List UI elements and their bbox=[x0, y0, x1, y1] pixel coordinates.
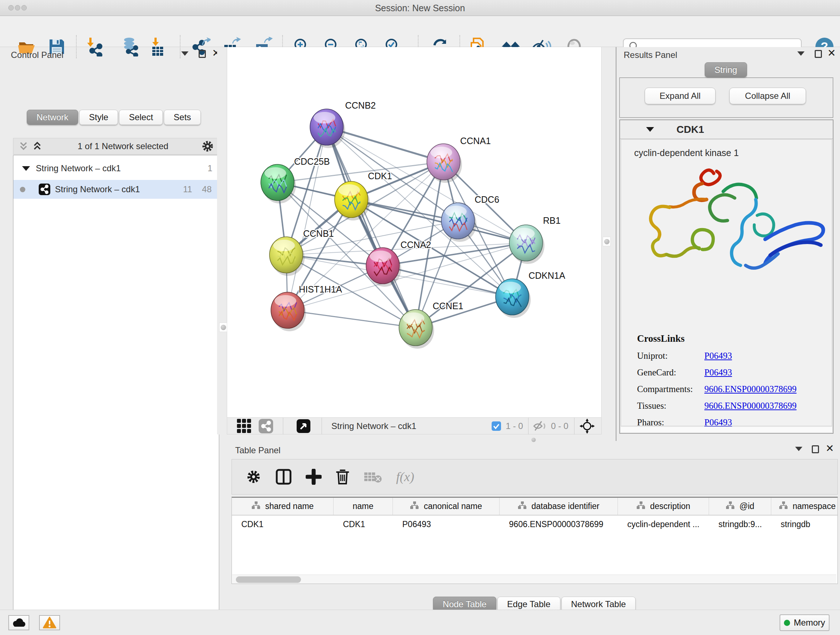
control-panel-float-button[interactable] bbox=[199, 50, 206, 58]
tab-network[interactable]: Network bbox=[27, 110, 78, 125]
network-collection-row[interactable]: String Network – cdk1 1 bbox=[13, 160, 219, 177]
warning-icon bbox=[43, 616, 57, 629]
birdseye-view-icon[interactable] bbox=[296, 419, 311, 433]
hierarchy-icon bbox=[779, 501, 788, 512]
results-buttons-box: Expand All Collapse All bbox=[619, 78, 834, 118]
warnings-button[interactable] bbox=[39, 615, 60, 630]
crosslink-row: Tissues:9606.ENSP00000378699 bbox=[637, 401, 797, 411]
crosslinks-heading: CrossLinks bbox=[637, 333, 797, 344]
table-cell[interactable]: stringdb:9... bbox=[709, 516, 771, 533]
left-splitter-handle[interactable] bbox=[219, 323, 227, 332]
node-RB1[interactable]: RB1 bbox=[509, 215, 561, 264]
collapse-all-chevron-icon[interactable] bbox=[19, 141, 32, 152]
right-splitter-handle[interactable] bbox=[603, 237, 611, 246]
table-cell[interactable]: 9606.ENSP00000378699 bbox=[500, 516, 618, 533]
node-HIST1H1A[interactable]: HIST1H1A bbox=[271, 284, 342, 331]
grid-view-icon[interactable] bbox=[236, 418, 253, 434]
selected-checkbox-icon[interactable] bbox=[491, 421, 501, 431]
show-columns-button[interactable] bbox=[275, 469, 292, 485]
network-node-count: 11 bbox=[183, 184, 192, 195]
table-panel-close-button[interactable]: ✕ bbox=[826, 445, 834, 453]
table-cell[interactable]: P06493 bbox=[393, 516, 500, 533]
tab-sets[interactable]: Sets bbox=[164, 110, 201, 125]
table-cell[interactable]: CDK1 bbox=[333, 516, 393, 533]
node-CCNA1[interactable]: CCNA1 bbox=[427, 136, 491, 183]
results-panel-menu-button[interactable] bbox=[797, 51, 805, 56]
tab-style[interactable]: Style bbox=[79, 110, 118, 125]
hidden-eye-slash-icon[interactable] bbox=[533, 420, 547, 432]
table-row[interactable]: CDK1CDK1P064939606.ENSP00000378699cyclin… bbox=[232, 516, 837, 533]
control-panel-menu-button[interactable] bbox=[181, 51, 188, 56]
column-header-database-identifier[interactable]: database identifier bbox=[500, 498, 618, 515]
crosslink-row: Pharos:P06493 bbox=[637, 417, 797, 428]
table-cell[interactable]: CDK1 bbox=[232, 516, 333, 533]
column-header-namespace[interactable]: namespace bbox=[771, 498, 838, 515]
table-panel-menu-button[interactable] bbox=[795, 447, 802, 451]
network-view-title: String Network – cdk1 bbox=[332, 421, 416, 431]
node-CCNB2[interactable]: CCNB2 bbox=[310, 100, 376, 148]
hierarchy-icon bbox=[726, 501, 735, 512]
cloud-status-button[interactable] bbox=[8, 615, 29, 630]
table-cell[interactable]: cyclin-dependent ... bbox=[618, 516, 709, 533]
gear-icon bbox=[246, 469, 262, 485]
node-CCNE1[interactable]: CCNE1 bbox=[399, 301, 463, 348]
collapse-all-button[interactable]: Collapse All bbox=[729, 88, 806, 104]
horizontal-splitter-handle[interactable] bbox=[531, 438, 536, 442]
network-view-toolbar: String Network – cdk1 1 - 0 0 - 0 bbox=[227, 417, 601, 434]
protein-name: CDK1 bbox=[676, 124, 704, 135]
table-cell[interactable]: stringdb bbox=[771, 516, 838, 533]
crosslink-value-link[interactable]: 9606.ENSP00000378699 bbox=[704, 401, 797, 411]
table-settings-button[interactable] bbox=[246, 469, 262, 485]
column-label: @id bbox=[739, 501, 754, 511]
protein-disclosure-icon[interactable] bbox=[646, 127, 654, 132]
table-panel-float-button[interactable] bbox=[812, 445, 819, 453]
toolbar-separator bbox=[528, 417, 529, 434]
network-graph[interactable]: CCNB2CCNA1CDC25BCDK1CDC6RB1CCNB1CCNA2CDK… bbox=[227, 47, 601, 417]
hierarchy-icon bbox=[518, 501, 527, 512]
protein-results-box: CDK1 cyclin-dependent kinase 1 bbox=[619, 119, 834, 434]
results-panel-close-button[interactable]: ✕ bbox=[827, 49, 836, 57]
expand-all-chevron-icon[interactable] bbox=[32, 141, 45, 152]
column-header-canonical-name[interactable]: canonical name bbox=[393, 498, 500, 515]
protein-section-header[interactable]: CDK1 bbox=[620, 120, 833, 139]
edge-CCNB2-HIST1H1A[interactable] bbox=[287, 127, 327, 310]
node-CDKN1A[interactable]: CDKN1A bbox=[496, 271, 565, 318]
crosslink-value-link[interactable]: P06493 bbox=[704, 417, 732, 428]
delete-column-button[interactable] bbox=[335, 469, 350, 485]
scrollbar-thumb[interactable] bbox=[236, 576, 301, 583]
column-header-name[interactable]: name bbox=[333, 498, 393, 515]
plus-icon bbox=[306, 469, 322, 485]
edge-CCNB2-CCNE1[interactable] bbox=[327, 127, 416, 328]
crosslink-value-link[interactable]: P06493 bbox=[704, 351, 732, 361]
table-horizontal-scrollbar[interactable] bbox=[232, 575, 836, 584]
cytoscape-window: Session: New Session bbox=[0, 0, 840, 635]
column-header-description[interactable]: description bbox=[618, 498, 709, 515]
column-header--id[interactable]: @id bbox=[709, 498, 771, 515]
edge-HIST1H1A-CCNE1[interactable] bbox=[287, 310, 416, 328]
network-tree: String Network – cdk1 1 String Network –… bbox=[13, 155, 219, 635]
collection-disclosure-icon[interactable] bbox=[22, 166, 30, 171]
share-view-icon[interactable] bbox=[258, 418, 273, 434]
network-options-gear-icon[interactable] bbox=[201, 139, 215, 153]
tab-select[interactable]: Select bbox=[119, 110, 163, 125]
left-splitter[interactable] bbox=[217, 47, 227, 434]
results-panel-float-button[interactable] bbox=[815, 50, 822, 58]
memory-button[interactable]: Memory bbox=[780, 614, 829, 631]
network-label: String Network – cdk1 bbox=[55, 184, 140, 195]
expand-all-button[interactable]: Expand All bbox=[645, 88, 715, 104]
fit-content-crosshair-icon[interactable] bbox=[579, 418, 595, 434]
column-header-shared-name[interactable]: shared name bbox=[232, 498, 333, 515]
node-CCNB1[interactable]: CCNB1 bbox=[270, 228, 334, 276]
crosslinks-section: CrossLinks Uniprot:P06493GeneCard:P06493… bbox=[637, 333, 797, 428]
network-canvas[interactable]: CCNB2CCNA1CDC25BCDK1CDC6RB1CCNB1CCNA2CDK… bbox=[227, 47, 601, 417]
crosslink-value-link[interactable]: P06493 bbox=[704, 367, 732, 378]
collection-label: String Network – cdk1 bbox=[36, 163, 121, 173]
crosslink-label: Tissues: bbox=[637, 401, 704, 411]
tab-string[interactable]: String bbox=[705, 62, 747, 78]
crosslink-row: Compartments:9606.ENSP00000378699 bbox=[637, 384, 797, 394]
network-row-selected[interactable]: String Network – cdk1 11 48 bbox=[13, 180, 219, 199]
add-column-button[interactable] bbox=[306, 469, 322, 485]
crosslink-value-link[interactable]: 9606.ENSP00000378699 bbox=[704, 384, 797, 394]
results-scrollbar[interactable] bbox=[621, 426, 832, 432]
node-label-CCNA2: CCNA2 bbox=[401, 240, 431, 250]
